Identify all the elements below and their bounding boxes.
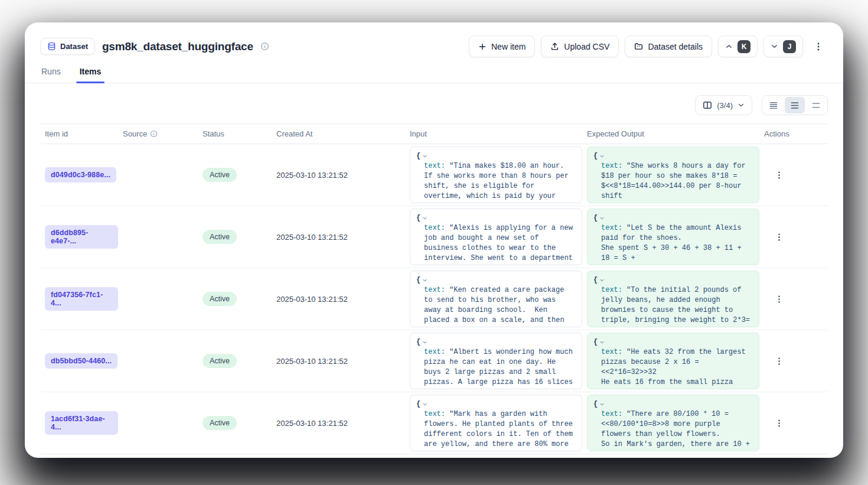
collapse-user-button[interactable]: K bbox=[718, 35, 758, 57]
collapse-chevron-icon[interactable] bbox=[422, 154, 428, 159]
expected-text-value: "There are 80/100 * 10 = <<80/100*10=8>>… bbox=[601, 410, 754, 451]
expected-text-value: "He eats 32 from the largest pizzas beca… bbox=[601, 348, 750, 389]
column-header-created-at[interactable]: Created At bbox=[272, 129, 405, 138]
upload-csv-label: Upload CSV bbox=[564, 42, 609, 51]
dataset-details-button[interactable]: Dataset details bbox=[625, 35, 712, 57]
created-at-value: 2025-03-10 13:21:52 bbox=[276, 357, 348, 366]
column-header-input[interactable]: Input bbox=[405, 129, 582, 138]
table-header-row: Item id Source Status Created At Input E… bbox=[40, 123, 828, 144]
expected-text-value: "She works 8 hours a day for $18 per hou… bbox=[601, 162, 750, 203]
collapse-chevron-icon[interactable] bbox=[422, 216, 428, 221]
json-key: text: bbox=[601, 348, 622, 356]
columns-selector-button[interactable]: (3/4) bbox=[695, 95, 752, 115]
item-id-pill[interactable]: d6ddb895-e4e7-... bbox=[45, 225, 118, 249]
json-key: text: bbox=[601, 410, 622, 418]
upload-csv-button[interactable]: Upload CSV bbox=[541, 35, 619, 57]
plus-icon bbox=[478, 43, 487, 51]
table-row: d049d0c3-988e... Active 2025-03-10 13:21… bbox=[40, 144, 828, 206]
status-badge: Active bbox=[203, 416, 237, 430]
table-row: db5bbd50-4460... Active 2025-03-10 13:21… bbox=[40, 330, 828, 392]
expected-output-json-cell[interactable]: { text:"There are 80/100 * 10 = <<80/100… bbox=[587, 395, 759, 451]
row-height-compact-icon bbox=[769, 101, 778, 110]
page-background: Dataset gsm8k_dataset_huggingface New it… bbox=[0, 0, 868, 485]
expand-user-button[interactable]: J bbox=[763, 35, 803, 57]
created-at-value: 2025-03-10 13:21:52 bbox=[276, 171, 348, 180]
tab-items[interactable]: Items bbox=[79, 67, 103, 83]
chevron-down-icon bbox=[771, 43, 778, 50]
created-at-value: 2025-03-10 13:21:52 bbox=[276, 233, 348, 242]
input-text-value: "Ken created a care package to send to h… bbox=[424, 286, 577, 327]
columns-count-label: (3/4) bbox=[717, 101, 733, 110]
table-row: 1acd6f31-3dae-4... Active 2025-03-10 13:… bbox=[40, 392, 828, 454]
input-json-cell[interactable]: { text:"Albert is wondering how much piz… bbox=[410, 333, 582, 389]
items-table: Item id Source Status Created At Input E… bbox=[40, 123, 828, 454]
status-badge: Active bbox=[203, 230, 237, 244]
row-actions-kebab-button[interactable] bbox=[770, 290, 788, 308]
row-actions-kebab-button[interactable] bbox=[770, 166, 788, 184]
collapse-chevron-icon[interactable] bbox=[422, 278, 428, 283]
collapse-chevron-icon[interactable] bbox=[599, 278, 605, 283]
header-kebab-menu-button[interactable] bbox=[809, 35, 828, 57]
page-title: gsm8k_dataset_huggingface bbox=[102, 40, 253, 53]
collapse-chevron-icon[interactable] bbox=[422, 340, 428, 345]
row-height-tall-icon bbox=[812, 101, 820, 110]
new-item-button[interactable]: New item bbox=[469, 35, 535, 57]
json-key: text: bbox=[601, 224, 622, 232]
chevron-up-icon bbox=[725, 43, 733, 50]
collapse-chevron-icon[interactable] bbox=[599, 340, 605, 345]
expected-output-json-cell[interactable]: { text:"Let S be the amount Alexis paid … bbox=[587, 209, 759, 265]
row-height-tall-button[interactable] bbox=[806, 97, 826, 113]
json-key: text: bbox=[424, 348, 445, 356]
expected-output-json-cell[interactable]: { text:"She works 8 hours a day for $18 … bbox=[587, 147, 759, 203]
tab-runs[interactable]: Runs bbox=[40, 67, 62, 83]
column-header-status[interactable]: Status bbox=[198, 129, 272, 138]
json-key: text: bbox=[424, 286, 445, 294]
collapse-chevron-icon[interactable] bbox=[422, 402, 428, 407]
row-actions-kebab-button[interactable] bbox=[770, 228, 788, 246]
json-key: text: bbox=[601, 162, 622, 170]
input-text-value: "Albert is wondering how much pizza he c… bbox=[424, 348, 577, 389]
source-info-icon[interactable] bbox=[150, 130, 158, 138]
row-height-toggle-group bbox=[762, 95, 828, 115]
row-height-compact-button[interactable] bbox=[763, 97, 784, 113]
dataset-window: Dataset gsm8k_dataset_huggingface New it… bbox=[25, 22, 843, 458]
json-key: text: bbox=[424, 224, 445, 232]
column-header-item-id[interactable]: Item id bbox=[40, 129, 118, 138]
new-item-label: New item bbox=[491, 42, 526, 51]
item-id-pill[interactable]: 1acd6f31-3dae-4... bbox=[45, 411, 118, 435]
collapse-chevron-icon[interactable] bbox=[599, 154, 605, 159]
expected-text-value: "To the initial 2 pounds of jelly beans,… bbox=[601, 286, 750, 327]
input-json-cell[interactable]: { text:"Ken created a care package to se… bbox=[410, 271, 582, 327]
dataset-badge-label: Dataset bbox=[60, 42, 88, 51]
row-height-default-button[interactable] bbox=[785, 97, 805, 113]
database-icon bbox=[47, 42, 56, 51]
avatar-j: J bbox=[783, 40, 796, 53]
row-actions-kebab-button[interactable] bbox=[770, 414, 788, 432]
expected-output-json-cell[interactable]: { text:"To the initial 2 pounds of jelly… bbox=[587, 271, 759, 327]
upload-icon bbox=[550, 42, 559, 51]
tab-bar: Runs Items bbox=[25, 67, 843, 83]
avatar-k: K bbox=[738, 40, 750, 53]
header: Dataset gsm8k_dataset_huggingface New it… bbox=[25, 22, 843, 83]
input-json-cell[interactable]: { text:"Alexis is applying for a new job… bbox=[410, 209, 582, 265]
input-json-cell[interactable]: { text:"Tina makes $18.00 an hour. If sh… bbox=[410, 147, 582, 203]
created-at-value: 2025-03-10 13:21:52 bbox=[276, 419, 348, 428]
expected-output-json-cell[interactable]: { text:"He eats 32 from the largest pizz… bbox=[587, 333, 759, 389]
row-actions-kebab-button[interactable] bbox=[770, 352, 788, 370]
item-id-pill[interactable]: fd047356-7fc1-4... bbox=[45, 287, 118, 311]
input-text-value: "Mark has a garden with flowers. He plan… bbox=[424, 410, 577, 451]
json-key: text: bbox=[601, 286, 622, 294]
title-info-icon[interactable] bbox=[260, 42, 269, 51]
column-header-expected-output[interactable]: Expected Output bbox=[582, 129, 759, 138]
column-header-actions: Actions bbox=[759, 129, 828, 138]
input-text-value: "Alexis is applying for a new job and bo… bbox=[424, 224, 577, 265]
status-badge: Active bbox=[203, 168, 237, 182]
collapse-chevron-icon[interactable] bbox=[599, 216, 605, 221]
collapse-chevron-icon[interactable] bbox=[599, 402, 605, 407]
item-id-pill[interactable]: d049d0c3-988e... bbox=[45, 167, 116, 183]
column-header-source[interactable]: Source bbox=[118, 129, 198, 138]
created-at-value: 2025-03-10 13:21:52 bbox=[276, 295, 348, 304]
item-id-pill[interactable]: db5bbd50-4460... bbox=[45, 353, 118, 369]
input-text-value: "Tina makes $18.00 an hour. If she works… bbox=[424, 162, 581, 203]
input-json-cell[interactable]: { text:"Mark has a garden with flowers. … bbox=[410, 395, 582, 451]
